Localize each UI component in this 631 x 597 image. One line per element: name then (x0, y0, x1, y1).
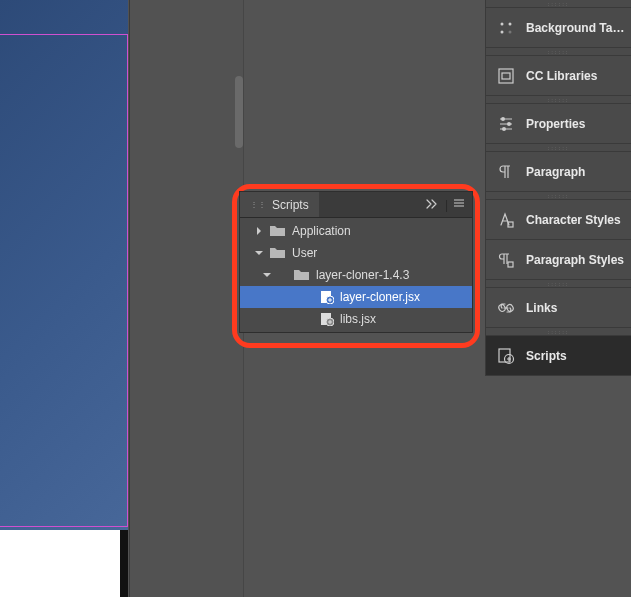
svg-point-12 (502, 127, 506, 131)
panel-group-grip[interactable]: :::::: (485, 144, 631, 152)
panel-scripts[interactable]: Scripts (485, 336, 631, 376)
tree-row-folder[interactable]: layer-cloner-1.4.3 (240, 264, 472, 286)
panel-label: Properties (526, 117, 585, 131)
panel-label: Scripts (526, 349, 567, 363)
panel-label: CC Libraries (526, 69, 597, 83)
svg-point-10 (501, 117, 505, 121)
panel-group-grip[interactable]: :::::: (485, 280, 631, 288)
panel-character-styles[interactable]: Character Styles (485, 200, 631, 240)
scripts-panel-tab[interactable]: ⋮⋮ Scripts (240, 192, 319, 217)
panel-label: Background Tas… (526, 21, 631, 35)
tree-label: User (292, 246, 317, 260)
panel-label: Paragraph (526, 165, 585, 179)
folder-icon (294, 269, 310, 281)
document-canvas[interactable] (0, 0, 128, 597)
pasteboard (128, 0, 243, 597)
folder-icon (270, 247, 286, 259)
panel-group-grip[interactable]: :::::: (485, 96, 631, 104)
svg-point-4 (501, 22, 504, 25)
tree-row-user[interactable]: User (240, 242, 472, 264)
tree-row-application[interactable]: Application (240, 220, 472, 242)
svg-point-7 (509, 30, 512, 33)
properties-icon (496, 114, 516, 134)
tree-label: libs.jsx (340, 312, 376, 326)
panel-menu-icon[interactable] (450, 198, 472, 212)
links-icon (496, 298, 516, 318)
svg-rect-14 (508, 262, 513, 267)
scripts-panel-highlight: ⋮⋮ Scripts | Application (232, 184, 480, 348)
paragraph-styles-icon (496, 250, 516, 270)
paragraph-icon (496, 162, 516, 182)
script-file-icon (320, 290, 334, 304)
svg-rect-9 (502, 73, 510, 79)
chevron-down-icon (252, 246, 266, 260)
panel-group-grip[interactable]: :::::: (485, 328, 631, 336)
scripts-icon (496, 346, 516, 366)
tree-label: layer-cloner.jsx (340, 290, 420, 304)
svg-point-11 (507, 122, 511, 126)
margin-guide (0, 34, 128, 527)
tree-row-script[interactable]: libs.jsx (240, 308, 472, 330)
page-fragment (0, 530, 120, 597)
panel-label: Paragraph Styles (526, 253, 624, 267)
scrollbar-thumb[interactable] (235, 76, 243, 148)
panel-paragraph-styles[interactable]: Paragraph Styles (485, 240, 631, 280)
character-styles-icon (496, 210, 516, 230)
panel-links[interactable]: Links (485, 288, 631, 328)
chevron-right-icon (252, 224, 266, 238)
spacer (276, 268, 290, 282)
tree-row-script-selected[interactable]: layer-cloner.jsx (240, 286, 472, 308)
cc-libraries-icon (496, 66, 516, 86)
scripts-panel-title: Scripts (272, 198, 309, 212)
page-shadow (120, 530, 128, 597)
collapse-panel-icon[interactable] (421, 197, 443, 212)
panel-label: Links (526, 301, 557, 315)
panel-group-grip[interactable]: :::::: (485, 48, 631, 56)
scripts-panel: ⋮⋮ Scripts | Application (239, 191, 473, 333)
tree-label: Application (292, 224, 351, 238)
right-panel-dock: :::::: Background Tas… :::::: CC Librari… (485, 0, 631, 376)
panel-paragraph[interactable]: Paragraph (485, 152, 631, 192)
svg-rect-8 (499, 69, 513, 83)
panel-grip-icon: ⋮⋮ (250, 200, 266, 209)
panel-cc-libraries[interactable]: CC Libraries (485, 56, 631, 96)
scripts-tree: Application User layer-cloner (240, 218, 472, 332)
svg-point-6 (501, 30, 504, 33)
svg-point-5 (509, 22, 512, 25)
tree-label: layer-cloner-1.4.3 (316, 268, 409, 282)
folder-icon (270, 225, 286, 237)
panel-group-grip[interactable]: :::::: (485, 0, 631, 8)
panel-bg-tasks[interactable]: Background Tas… (485, 8, 631, 48)
panel-label: Character Styles (526, 213, 621, 227)
panel-group-grip[interactable]: :::::: (485, 192, 631, 200)
scripts-panel-header: ⋮⋮ Scripts | (240, 192, 472, 218)
panel-properties[interactable]: Properties (485, 104, 631, 144)
script-file-icon (320, 312, 334, 326)
background-tasks-icon (496, 18, 516, 38)
chevron-down-icon (260, 268, 274, 282)
header-divider: | (443, 198, 450, 212)
